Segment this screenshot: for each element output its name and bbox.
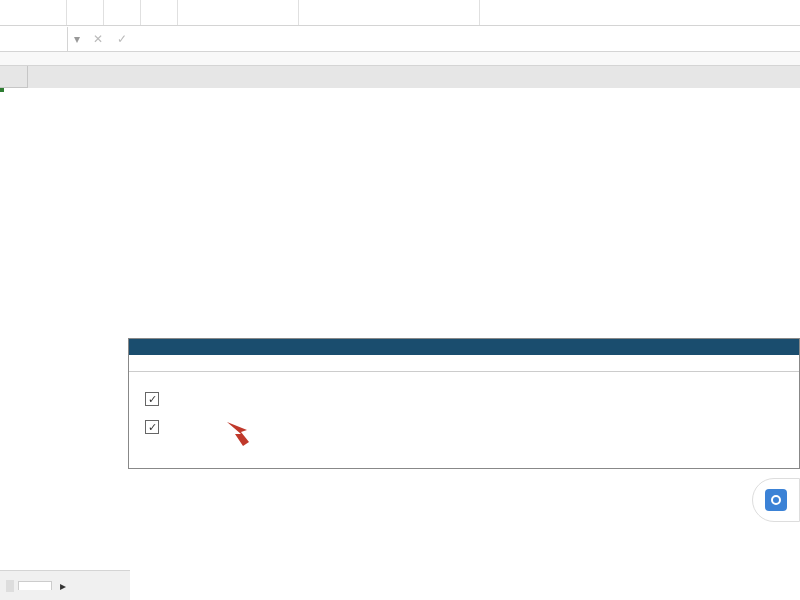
sheet-tab-bar: ▸ bbox=[0, 570, 130, 600]
toolbar-spacer bbox=[0, 52, 800, 66]
spreadsheet-grid bbox=[0, 66, 800, 88]
lock-checkbox-row[interactable]: ✓ bbox=[145, 392, 783, 406]
dialog-tab-bar bbox=[129, 355, 799, 372]
ribbon-tab-simptrad[interactable] bbox=[30, 0, 67, 25]
sheet-tab-handle[interactable] bbox=[6, 580, 14, 592]
ribbon-tab-insights[interactable] bbox=[104, 0, 141, 25]
formula-confirm-icon[interactable]: ✓ bbox=[110, 32, 134, 46]
formula-cancel-icon[interactable]: ✕ bbox=[86, 32, 110, 46]
ribbon-tab-protect[interactable] bbox=[299, 0, 480, 25]
ribbon-bar bbox=[0, 0, 800, 26]
format-cells-dialog: ✓ ✓ bbox=[128, 338, 800, 469]
ribbon-tab-accessibility[interactable] bbox=[67, 0, 104, 25]
ribbon-tab-language[interactable] bbox=[141, 0, 178, 25]
sheet-tab-scroll-icon[interactable]: ▸ bbox=[60, 579, 66, 593]
dialog-title bbox=[129, 339, 799, 355]
select-all-corner[interactable] bbox=[0, 66, 28, 88]
ribbon-tab-comments[interactable] bbox=[178, 0, 299, 25]
dialog-body: ✓ ✓ bbox=[129, 372, 799, 468]
name-box-dropdown-icon[interactable]: ▾ bbox=[68, 27, 86, 51]
lock-checkbox[interactable]: ✓ bbox=[145, 392, 159, 406]
column-header-row bbox=[0, 66, 800, 88]
name-box[interactable] bbox=[0, 27, 68, 51]
hide-checkbox[interactable]: ✓ bbox=[145, 420, 159, 434]
formula-input[interactable] bbox=[162, 27, 800, 51]
selection-outline bbox=[0, 88, 4, 92]
sheet-tab[interactable] bbox=[18, 581, 52, 590]
mobile-icon bbox=[765, 489, 787, 511]
hide-checkbox-row[interactable]: ✓ bbox=[145, 420, 783, 434]
floating-mobile-icon[interactable] bbox=[752, 478, 800, 522]
annotation-arrow-icon bbox=[223, 416, 255, 448]
formula-bar: ▾ ✕ ✓ bbox=[0, 26, 800, 52]
